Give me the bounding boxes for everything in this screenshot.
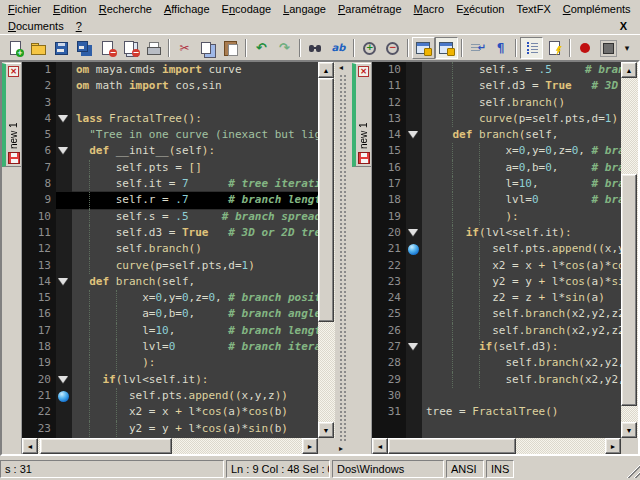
undo-button[interactable] (250, 37, 273, 59)
indent-guide-button[interactable] (520, 37, 543, 59)
vertical-scrollbar-right[interactable]: ▲ ▼ (621, 62, 638, 438)
menu-macro[interactable]: Macro (408, 2, 451, 16)
menu-affichage[interactable]: Affichage (158, 2, 216, 16)
scroll-down-arrow[interactable]: ▼ (621, 422, 637, 438)
bookmark-icon[interactable] (58, 391, 69, 402)
code-text[interactable]: om math import cos,sin (72, 78, 318, 94)
tab-label[interactable]: new 1 (8, 77, 19, 152)
code-text[interactable]: def branch(self, (422, 127, 621, 143)
horizontal-scrollbar-left[interactable]: ◄ ► (22, 438, 318, 454)
menu-langage[interactable]: Langage (277, 2, 332, 16)
vertical-scrollbar-left[interactable]: ▲ ▼ (318, 62, 335, 438)
fold-open-icon[interactable] (58, 376, 68, 383)
copy-button[interactable] (196, 37, 219, 59)
function-list-button[interactable] (543, 37, 566, 59)
sync-scroll-v-button[interactable] (412, 37, 435, 59)
resize-grip[interactable] (623, 460, 640, 478)
scroll-down-arrow[interactable]: ▼ (318, 422, 334, 438)
scroll-up-arrow[interactable]: ▲ (621, 62, 637, 78)
fold-open-icon[interactable] (58, 147, 68, 154)
fold-open-icon[interactable] (408, 343, 418, 350)
splitter-collapse-left-icon[interactable]: ◂ (339, 63, 343, 72)
print-button[interactable] (142, 37, 165, 59)
code-text[interactable]: ): (72, 355, 318, 371)
fold-open-icon[interactable] (408, 131, 418, 138)
code-text[interactable]: self.branch() (422, 95, 621, 111)
code-text[interactable]: self.s = .5 # branch spreading (422, 62, 621, 78)
menu-fichier[interactable]: Fichier (2, 2, 47, 16)
code-text[interactable]: curve(p=self.pts,d=1) (422, 111, 621, 127)
code-text[interactable]: self.branch() (72, 241, 318, 257)
code-text[interactable]: lvl=0 # branch iteration (72, 339, 318, 355)
menu-item[interactable]: ? (70, 19, 88, 33)
sync-scroll-h-button[interactable] (435, 37, 458, 59)
splitter-grip[interactable] (339, 74, 348, 442)
fold-open-icon[interactable] (408, 229, 418, 236)
menu-ex-cution[interactable]: Exécution (450, 2, 510, 16)
close-button[interactable] (96, 37, 119, 59)
code-text[interactable]: self.d3 = True # 3D or 2D tree (72, 225, 318, 241)
code-text[interactable]: if(lvl<self.it): (422, 225, 621, 241)
scroll-thumb[interactable] (318, 78, 334, 322)
code-text[interactable]: self.branch(x2,y2,z2,a (422, 355, 621, 371)
code-text[interactable]: self.it = 7 # tree iterations (72, 176, 318, 192)
code-text[interactable]: self.pts.append((x,y,z)) (422, 241, 621, 257)
code-text[interactable]: lvl=0 # branch iteration (422, 192, 621, 208)
code-text[interactable]: l=10, # branch length (72, 323, 318, 339)
redo-button[interactable] (273, 37, 296, 59)
menu-recherche[interactable]: Recherche (93, 2, 158, 16)
code-text[interactable]: self.pts.append((x,y,z)) (72, 388, 318, 404)
code-text[interactable]: x2 = x + l*cos(a)*cos(b) (422, 258, 621, 274)
document-close-button[interactable]: X (617, 20, 630, 32)
code-text[interactable] (422, 388, 621, 404)
code-text[interactable] (72, 95, 318, 111)
scroll-thumb[interactable] (40, 438, 172, 454)
code-editor-left[interactable]: 1om maya.cmds import curve2om math impor… (22, 62, 318, 438)
code-text[interactable]: self.r = .7 # branch length factor (72, 192, 318, 208)
new-file-button[interactable] (4, 37, 27, 59)
code-text[interactable]: self.s = .5 # branch spreading (72, 209, 318, 225)
tab-label[interactable]: new 1 (358, 77, 369, 152)
splitter-collapse-right-icon[interactable]: ▸ (339, 444, 343, 453)
scroll-thumb[interactable] (621, 174, 637, 406)
code-text[interactable]: tree = FractalTree() (422, 404, 621, 420)
code-text[interactable]: y2 = y + l*cos(a)*sin(b) (72, 421, 318, 437)
code-text[interactable]: self.branch(x2,y2,z2,a+s (422, 306, 621, 322)
code-text[interactable]: def branch(self, (72, 274, 318, 290)
menu-documents[interactable]: Documents (2, 19, 70, 33)
zoom-out-button[interactable] (381, 37, 404, 59)
code-text[interactable]: l=10, # branch length (422, 176, 621, 192)
menu-textfx[interactable]: TextFX (510, 2, 556, 16)
code-text[interactable]: def __init__(self): (72, 143, 318, 159)
replace-button[interactable] (327, 37, 350, 59)
paste-button[interactable] (219, 37, 242, 59)
code-text[interactable]: z2 = z + l*sin(a) (422, 290, 621, 306)
overflow-chevron-button[interactable] (620, 37, 634, 59)
code-text[interactable]: self.branch(x2,y2,z2,a (422, 372, 621, 388)
code-text[interactable]: x=0,y=0,z=0, # branch position (422, 143, 621, 159)
word-wrap-button[interactable] (466, 37, 489, 59)
show-all-chars-button[interactable] (489, 37, 512, 59)
code-text[interactable]: ): (422, 209, 621, 225)
scroll-right-arrow[interactable]: ► (302, 438, 318, 454)
code-text[interactable]: lass FractalTree(): (72, 111, 318, 127)
close-all-button[interactable] (119, 37, 142, 59)
code-text[interactable]: y2 = y + l*cos(a)*sin(b) (422, 274, 621, 290)
menu-param-trage[interactable]: Paramétrage (332, 2, 408, 16)
code-text[interactable]: curve(p=self.pts,d=1) (72, 258, 318, 274)
code-text[interactable]: a=0,b=0, # branch angle (422, 160, 621, 176)
fold-open-icon[interactable] (58, 278, 68, 285)
cut-button[interactable] (173, 37, 196, 59)
code-text[interactable]: a=0,b=0, # branch angle (72, 306, 318, 322)
split-view-divider[interactable]: ◂ ▸ (335, 62, 352, 454)
find-button[interactable] (304, 37, 327, 59)
code-text[interactable]: om maya.cmds import curve (72, 62, 318, 78)
zoom-in-button[interactable] (358, 37, 381, 59)
scroll-left-arrow[interactable]: ◄ (372, 438, 388, 454)
code-text[interactable]: "Tree in one curve (inexact but light)" (72, 127, 318, 143)
menu-encodage[interactable]: Encodage (216, 2, 278, 16)
code-text[interactable]: x2 = x + l*cos(a)*cos(b) (72, 404, 318, 420)
save-button[interactable] (50, 37, 73, 59)
open-folder-button[interactable] (27, 37, 50, 59)
menu-edition[interactable]: Edition (47, 2, 93, 16)
